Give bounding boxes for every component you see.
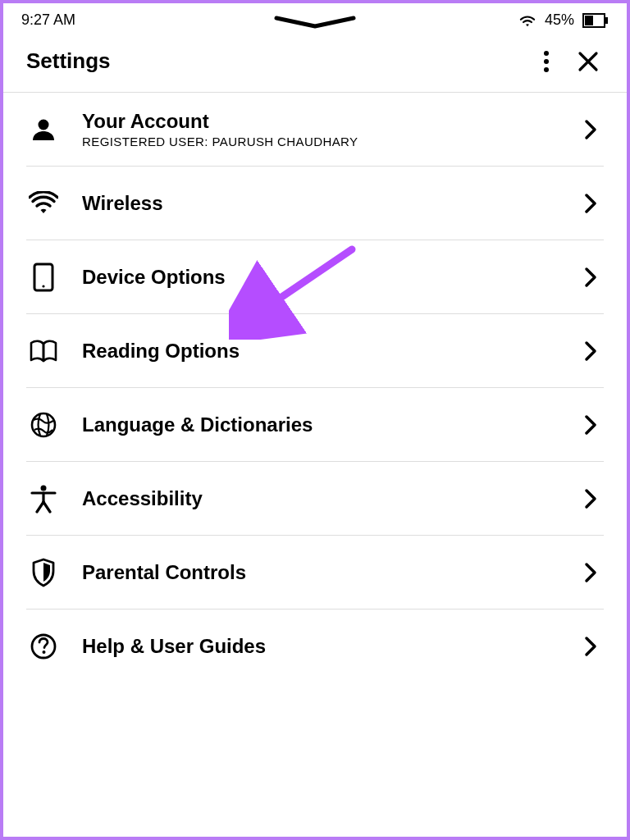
battery-icon <box>582 13 609 28</box>
row-title: Device Options <box>82 266 561 289</box>
svg-point-9 <box>32 413 55 436</box>
chevron-right-icon <box>582 636 599 657</box>
svg-point-5 <box>544 67 549 72</box>
svg-rect-2 <box>605 17 608 24</box>
svg-point-10 <box>41 485 47 491</box>
wifi-icon <box>29 191 58 216</box>
row-help-guides[interactable]: Help & User Guides <box>26 609 604 683</box>
row-parental-controls[interactable]: Parental Controls <box>26 536 604 609</box>
row-wireless[interactable]: Wireless <box>26 167 604 240</box>
user-icon <box>30 116 57 144</box>
settings-header: Settings <box>3 34 627 93</box>
chevron-right-icon <box>582 267 599 288</box>
svg-point-6 <box>39 119 49 130</box>
row-your-account[interactable]: Your Account REGISTERED USER: PAURUSH CH… <box>26 93 604 167</box>
row-title: Wireless <box>82 192 561 215</box>
device-icon <box>33 262 54 292</box>
battery-percent: 45% <box>545 11 574 29</box>
chevron-right-icon <box>582 119 599 140</box>
globe-icon <box>30 411 57 439</box>
row-language-dictionaries[interactable]: Language & Dictionaries <box>26 388 604 462</box>
row-title: Accessibility <box>82 487 561 510</box>
settings-list: Your Account REGISTERED USER: PAURUSH CH… <box>3 93 627 683</box>
svg-point-8 <box>42 285 44 287</box>
shield-icon <box>31 558 56 587</box>
chevron-right-icon <box>582 414 599 436</box>
row-device-options[interactable]: Device Options <box>26 240 604 314</box>
row-reading-options[interactable]: Reading Options <box>26 314 604 388</box>
chevron-right-icon <box>582 562 599 583</box>
wifi-status-icon <box>518 13 536 28</box>
row-title: Language & Dictionaries <box>82 413 561 436</box>
page-title: Settings <box>26 48 111 74</box>
svg-point-4 <box>544 59 549 64</box>
book-icon <box>29 339 58 363</box>
accessibility-icon <box>30 484 57 514</box>
row-subtitle: REGISTERED USER: PAURUSH CHAUDHARY <box>82 135 561 148</box>
pull-down-handle-icon[interactable] <box>270 15 360 31</box>
status-time: 9:27 AM <box>21 11 75 29</box>
row-title: Parental Controls <box>82 561 561 584</box>
chevron-right-icon <box>582 488 599 509</box>
row-title: Help & User Guides <box>82 635 561 658</box>
close-icon[interactable] <box>578 51 599 72</box>
help-icon <box>30 632 57 660</box>
row-title: Your Account <box>82 110 561 133</box>
row-title: Reading Options <box>82 340 561 363</box>
svg-point-12 <box>43 651 46 654</box>
chevron-right-icon <box>582 193 599 214</box>
svg-rect-1 <box>585 16 593 25</box>
svg-point-3 <box>544 51 549 56</box>
row-accessibility[interactable]: Accessibility <box>26 462 604 536</box>
more-options-icon[interactable] <box>543 50 550 73</box>
chevron-right-icon <box>582 340 599 362</box>
